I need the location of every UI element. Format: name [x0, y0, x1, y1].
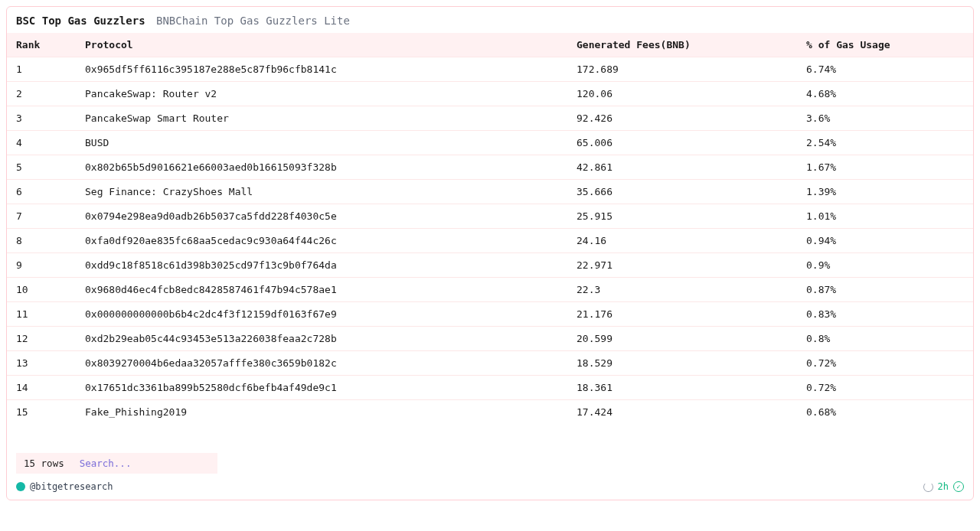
cell-fees: 172.689	[567, 57, 797, 82]
source-dot-icon	[16, 482, 25, 491]
cell-protocol: PancakeSwap Smart Router	[76, 106, 567, 131]
table-row[interactable]: 70x0794e298ea9d0adb26b5037ca5fdd228f4030…	[7, 204, 973, 229]
check-icon: ✓	[953, 481, 964, 492]
cell-fees: 35.666	[567, 180, 797, 204]
cell-protocol: Fake_Phishing2019	[76, 400, 567, 425]
cell-rank: 12	[7, 327, 76, 351]
attrib-right: 2h ✓	[923, 481, 964, 492]
cell-pct: 0.72%	[797, 376, 973, 400]
attribution-bar: @bitgetresearch 2h ✓	[7, 481, 973, 500]
col-rank-header[interactable]: Rank	[7, 33, 76, 57]
cell-pct: 2.54%	[797, 131, 973, 155]
cell-rank: 14	[7, 376, 76, 400]
cell-fees: 22.971	[567, 253, 797, 278]
cell-fees: 18.361	[567, 376, 797, 400]
gas-table: Rank Protocol Generated Fees(BNB) % of G…	[7, 33, 973, 424]
attrib-left: @bitgetresearch	[16, 481, 113, 492]
gas-guzzlers-card: BSC Top Gas Guzzlers BNBChain Top Gas Gu…	[6, 6, 974, 500]
footer-left: 15 rows	[16, 453, 217, 474]
data-age: 2h	[938, 481, 949, 492]
cell-rank: 10	[7, 278, 76, 302]
refresh-icon[interactable]	[923, 482, 933, 492]
cell-protocol: 0xfa0df920ae835fc68aa5cedac9c930a64f44c2…	[76, 229, 567, 253]
cell-rank: 13	[7, 351, 76, 376]
card-title-sub: BNBChain Top Gas Guzzlers Lite	[156, 15, 350, 27]
cell-protocol: 0x965df5ff6116c395187e288e5c87fb96cfb814…	[76, 57, 567, 82]
cell-fees: 21.176	[567, 302, 797, 327]
table-row[interactable]: 2PancakeSwap: Router v2120.064.68%	[7, 82, 973, 106]
source-handle[interactable]: @bitgetresearch	[30, 481, 113, 492]
cell-fees: 17.424	[567, 400, 797, 425]
cell-fees: 24.16	[567, 229, 797, 253]
cell-protocol: 0x8039270004b6edaa32057afffe380c3659b018…	[76, 351, 567, 376]
cell-protocol: 0x000000000000b6b4c2dc4f3f12159df0163f67…	[76, 302, 567, 327]
cell-pct: 0.8%	[797, 327, 973, 351]
cell-rank: 8	[7, 229, 76, 253]
cell-pct: 0.72%	[797, 351, 973, 376]
cell-pct: 0.94%	[797, 229, 973, 253]
cell-fees: 65.006	[567, 131, 797, 155]
cell-protocol: 0xdd9c18f8518c61d398b3025cd97f13c9b0f764…	[76, 253, 567, 278]
cell-protocol: Seg Finance: CrazyShoes Mall	[76, 180, 567, 204]
cell-rank: 3	[7, 106, 76, 131]
cell-rank: 5	[7, 155, 76, 180]
cell-protocol: 0xd2b29eab05c44c93453e513a226038feaa2c72…	[76, 327, 567, 351]
table-row[interactable]: 110x000000000000b6b4c2dc4f3f12159df0163f…	[7, 302, 973, 327]
cell-fees: 42.861	[567, 155, 797, 180]
table-row[interactable]: 90xdd9c18f8518c61d398b3025cd97f13c9b0f76…	[7, 253, 973, 278]
cell-rank: 1	[7, 57, 76, 82]
card-footer: 15 rows	[7, 445, 973, 481]
table-row[interactable]: 4BUSD65.0062.54%	[7, 131, 973, 155]
table-header-row: Rank Protocol Generated Fees(BNB) % of G…	[7, 33, 973, 57]
table-row[interactable]: 50x802b65b5d9016621e66003aed0b16615093f3…	[7, 155, 973, 180]
cell-rank: 11	[7, 302, 76, 327]
card-title-main: BSC Top Gas Guzzlers	[16, 15, 145, 27]
cell-pct: 1.39%	[797, 180, 973, 204]
col-protocol-header[interactable]: Protocol	[76, 33, 567, 57]
table-row[interactable]: 15Fake_Phishing201917.4240.68%	[7, 400, 973, 425]
cell-pct: 0.68%	[797, 400, 973, 425]
table-row[interactable]: 100x9680d46ec4fcb8edc8428587461f47b94c57…	[7, 278, 973, 302]
cell-rank: 4	[7, 131, 76, 155]
cell-protocol: 0x802b65b5d9016621e66003aed0b16615093f32…	[76, 155, 567, 180]
cell-pct: 6.74%	[797, 57, 973, 82]
cell-protocol: BUSD	[76, 131, 567, 155]
cell-pct: 0.9%	[797, 253, 973, 278]
table-row[interactable]: 120xd2b29eab05c44c93453e513a226038feaa2c…	[7, 327, 973, 351]
table-row[interactable]: 140x17651dc3361ba899b52580dcf6befb4af49d…	[7, 376, 973, 400]
cell-pct: 0.83%	[797, 302, 973, 327]
cell-fees: 18.529	[567, 351, 797, 376]
cell-rank: 9	[7, 253, 76, 278]
cell-rank: 6	[7, 180, 76, 204]
col-fees-header[interactable]: Generated Fees(BNB)	[567, 33, 797, 57]
table-row[interactable]: 10x965df5ff6116c395187e288e5c87fb96cfb81…	[7, 57, 973, 82]
table-row[interactable]: 6Seg Finance: CrazyShoes Mall35.6661.39%	[7, 180, 973, 204]
col-pct-header[interactable]: % of Gas Usage	[797, 33, 973, 57]
cell-rank: 2	[7, 82, 76, 106]
rowcount-badge: 15 rows	[16, 453, 72, 474]
cell-pct: 4.68%	[797, 82, 973, 106]
cell-protocol: 0x9680d46ec4fcb8edc8428587461f47b94c578a…	[76, 278, 567, 302]
cell-pct: 1.67%	[797, 155, 973, 180]
table-row[interactable]: 130x8039270004b6edaa32057afffe380c3659b0…	[7, 351, 973, 376]
cell-rank: 7	[7, 204, 76, 229]
table-row[interactable]: 3PancakeSwap Smart Router92.4263.6%	[7, 106, 973, 131]
cell-rank: 15	[7, 400, 76, 425]
cell-protocol: PancakeSwap: Router v2	[76, 82, 567, 106]
card-header: BSC Top Gas Guzzlers BNBChain Top Gas Gu…	[7, 7, 973, 33]
search-input[interactable]	[72, 453, 217, 474]
cell-fees: 20.599	[567, 327, 797, 351]
table-row[interactable]: 80xfa0df920ae835fc68aa5cedac9c930a64f44c…	[7, 229, 973, 253]
cell-fees: 120.06	[567, 82, 797, 106]
cell-protocol: 0x0794e298ea9d0adb26b5037ca5fdd228f4030c…	[76, 204, 567, 229]
cell-fees: 22.3	[567, 278, 797, 302]
cell-fees: 92.426	[567, 106, 797, 131]
cell-fees: 25.915	[567, 204, 797, 229]
cell-protocol: 0x17651dc3361ba899b52580dcf6befb4af49de9…	[76, 376, 567, 400]
cell-pct: 3.6%	[797, 106, 973, 131]
cell-pct: 0.87%	[797, 278, 973, 302]
cell-pct: 1.01%	[797, 204, 973, 229]
